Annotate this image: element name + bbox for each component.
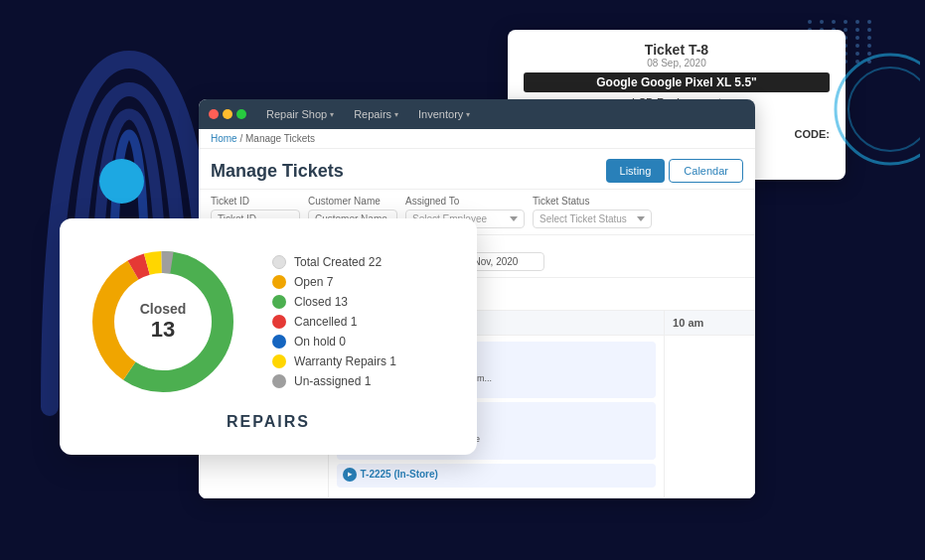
legend-label-closed: Closed 13 <box>294 295 348 309</box>
ticket-status-select[interactable]: Select Ticket Status <box>533 210 652 228</box>
ticket-device: Google Google Pixel XL 5.5" <box>524 72 830 92</box>
nav-bar: Repair Shop ▾ Repairs ▾ Inventory ▾ <box>199 99 755 129</box>
manage-header: Manage Tickets Listing Calendar <box>199 149 755 190</box>
customer-name-label: Customer Name <box>308 196 397 207</box>
calendar-button[interactable]: Calendar <box>669 159 743 183</box>
legend-dot-unassigned <box>272 374 286 388</box>
nav-dot-green <box>236 109 246 119</box>
ticket-title: Ticket T-8 <box>524 42 830 58</box>
legend-cancelled: Cancelled 1 <box>272 315 396 329</box>
nav-repair-shop[interactable]: Repair Shop ▾ <box>258 105 342 123</box>
repairs-footer: REPAIRS <box>227 413 310 431</box>
repairs-card: Closed 13 Total Created 22 Open 7 Closed… <box>60 218 477 455</box>
breadcrumb-home[interactable]: Home <box>211 133 237 144</box>
nav-dots <box>209 109 246 119</box>
decorative-blue-dot <box>99 159 144 204</box>
legend-dot-total <box>272 255 286 269</box>
nav-inventory[interactable]: Inventory ▾ <box>410 105 478 123</box>
donut-chart: Closed 13 <box>83 242 242 401</box>
ticket-id-label: Ticket ID <box>211 196 300 207</box>
ticket-date: 08 Sep, 2020 <box>524 58 830 69</box>
legend-unassigned: Un-assigned 1 <box>272 374 396 388</box>
svg-point-6 <box>848 68 920 151</box>
legend-warranty: Warranty Repairs 1 <box>272 354 396 368</box>
ticket-chevron: ▸ <box>343 468 357 482</box>
ticket-status-label: Ticket Status <box>533 196 652 207</box>
donut-center: Closed 13 <box>140 301 187 343</box>
legend-label-warranty: Warranty Repairs 1 <box>294 354 396 368</box>
donut-value: 13 <box>140 317 187 343</box>
legend-total: Total Created 22 <box>272 255 396 269</box>
ticket-id: T-2225 (In-Store) <box>361 469 438 480</box>
legend-dot-warranty <box>272 354 286 368</box>
legend-label-open: Open 7 <box>294 275 333 289</box>
listing-button[interactable]: Listing <box>606 159 666 183</box>
nav-repairs[interactable]: Repairs ▾ <box>346 105 406 123</box>
legend-dot-closed <box>272 295 286 309</box>
legend-dot-cancelled <box>272 315 286 329</box>
nav-dot-red <box>209 109 219 119</box>
manage-title: Manage Tickets <box>211 161 344 182</box>
legend-label-onhold: On hold 0 <box>294 335 346 349</box>
legend-dot-onhold <box>272 335 286 349</box>
legend-closed: Closed 13 <box>272 295 396 309</box>
card-content: Closed 13 Total Created 22 Open 7 Closed… <box>83 242 453 401</box>
col-10am: 10 am <box>665 311 755 336</box>
slot-10am <box>665 336 755 498</box>
legend-dot-open <box>272 275 286 289</box>
nav-dot-yellow <box>223 109 232 119</box>
legend: Total Created 22 Open 7 Closed 13 Cancel… <box>272 255 396 388</box>
legend-label-cancelled: Cancelled 1 <box>294 315 357 329</box>
breadcrumb-current: Manage Tickets <box>245 133 315 144</box>
ticket-status-filter: Ticket Status Select Ticket Status <box>533 196 652 228</box>
breadcrumb: Home / Manage Tickets <box>199 129 755 149</box>
view-toggle: Listing Calendar <box>606 159 743 183</box>
legend-label-unassigned: Un-assigned 1 <box>294 374 371 388</box>
donut-label: Closed <box>140 301 187 317</box>
decorative-circle-right <box>801 50 920 169</box>
legend-onhold: On hold 0 <box>272 335 396 349</box>
legend-open: Open 7 <box>272 275 396 289</box>
assigned-to-label: Assigned To <box>405 196 525 207</box>
legend-label-total: Total Created 22 <box>294 255 382 269</box>
ticket-entry-t2225[interactable]: ▸ T-2225 (In-Store) <box>337 464 657 488</box>
